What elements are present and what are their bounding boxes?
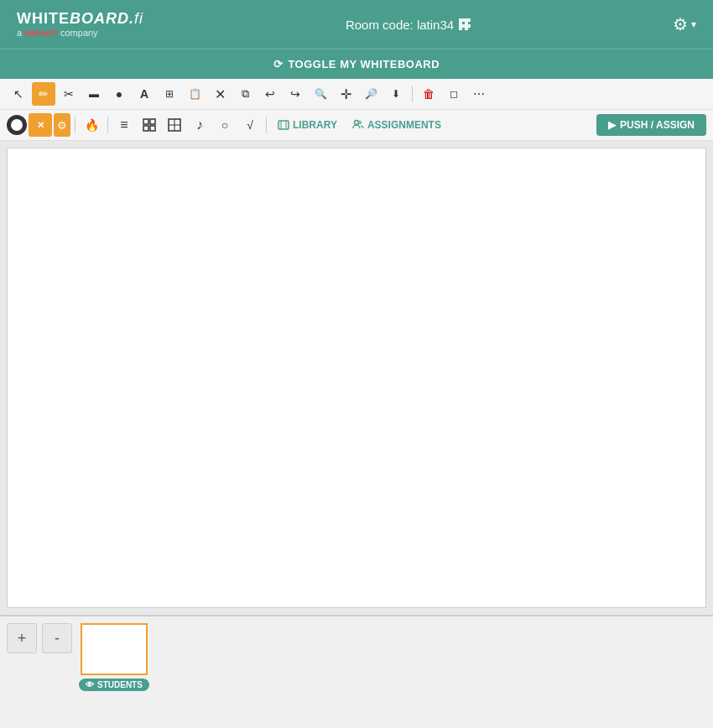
library-btn[interactable]: LIBRARY <box>271 116 344 134</box>
toggle-label: TOGGLE MY WHITEBOARD <box>288 58 440 70</box>
sqrt-btn[interactable]: √ <box>238 113 262 137</box>
header: WHITEBOARD.fi a kahoot! company Room cod… <box>0 0 713 49</box>
settings-button[interactable]: ⚙ ▾ <box>673 14 696 34</box>
move-tool[interactable]: ✛ <box>334 82 357 106</box>
download-tool[interactable]: ⬇ <box>384 82 408 106</box>
circle2-btn[interactable]: ○ <box>213 113 237 137</box>
library-icon <box>278 119 289 131</box>
toggle-bar-inner: ⟳ TOGGLE MY WHITEBOARD <box>273 58 440 70</box>
toolbar-sep <box>412 86 413 102</box>
redo-tool[interactable]: ↪ <box>284 82 307 106</box>
copy-tool[interactable]: ⧉ <box>233 82 257 106</box>
orange-settings-box[interactable]: ⚙ <box>54 113 70 137</box>
assignments-label: ASSIGNMENTS <box>367 119 441 131</box>
page-controls: + - <box>7 623 72 653</box>
svg-rect-2 <box>143 126 148 131</box>
svg-rect-0 <box>143 119 148 124</box>
grid-btn[interactable] <box>138 113 161 137</box>
svg-rect-3 <box>150 126 155 131</box>
x-orange-btn[interactable]: ✕ <box>29 113 52 137</box>
grid2-btn[interactable] <box>163 113 186 137</box>
color-black-btn[interactable] <box>7 115 27 135</box>
assignments-btn[interactable]: ASSIGNMENTS <box>346 116 448 134</box>
rect-tool[interactable]: ▬ <box>82 82 106 106</box>
delete-tool[interactable]: 🗑 <box>417 82 440 106</box>
undo-tool[interactable]: ↩ <box>258 82 282 106</box>
settings-in-orange: ⚙ <box>57 119 67 132</box>
whiteboard[interactable] <box>7 148 706 608</box>
music-btn[interactable]: ♪ <box>188 113 211 137</box>
more-tool[interactable]: ⋯ <box>467 82 491 106</box>
push-icon: ▶ <box>608 119 616 131</box>
students-label: STUDENTS <box>97 680 143 689</box>
settings-icon[interactable]: ⚙ <box>673 14 688 34</box>
page-thumbnail-area: 👁 STUDENTS <box>79 623 149 691</box>
svg-rect-7 <box>278 121 289 129</box>
zoom-search-tool[interactable]: 🔍 <box>309 82 332 106</box>
push-assign-button[interactable]: ▶ PUSH / ASSIGN <box>596 114 706 136</box>
assignments-icon <box>352 119 364 131</box>
pointer-tool[interactable]: ↖ <box>7 82 30 106</box>
students-eye-icon: 👁 <box>86 680 94 689</box>
canvas-area[interactable] <box>0 141 713 615</box>
row2-sep3 <box>266 117 267 133</box>
scissors-tool[interactable]: ✂ <box>57 82 81 106</box>
doc-tool[interactable]: 📋 <box>183 82 206 106</box>
push-assign-label: PUSH / ASSIGN <box>620 119 695 131</box>
svg-rect-1 <box>150 119 155 124</box>
bottom-panel: + - 👁 STUDENTS <box>0 615 713 705</box>
library-label: LIBRARY <box>293 119 337 131</box>
chevron-down-icon: ▾ <box>691 18 696 30</box>
room-code-text: Room code: latin34 <box>346 18 454 32</box>
page-thumbnail[interactable] <box>81 623 148 675</box>
zoom-fit-tool[interactable]: 🔎 <box>359 82 383 106</box>
remove-page-button[interactable]: - <box>42 623 72 653</box>
add-page-button[interactable]: + <box>7 623 37 653</box>
cross-tool[interactable]: ✕ <box>208 82 232 106</box>
svg-point-11 <box>358 122 361 124</box>
grid2-icon <box>168 118 181 132</box>
toggle-icon: ⟳ <box>273 58 284 70</box>
grid-icon <box>459 18 471 30</box>
row2-sep2 <box>107 117 108 133</box>
room-code: Room code: latin34 <box>346 18 471 32</box>
toolbar-area: ↖ ✏ ✂ ▬ ● A ⊞ 📋 ✕ ⧉ ↩ ↪ 🔍 ✛ 🔎 ⬇ 🗑 ◻ ⋯ ✕ … <box>0 79 713 141</box>
fire-btn[interactable]: 🔥 <box>80 113 103 137</box>
logo-sub: a kahoot! company <box>17 28 143 39</box>
toolbar-row2: ✕ ⚙ 🔥 ≡ ♪ ○ √ <box>0 110 713 140</box>
pencil-tool[interactable]: ✏ <box>32 82 55 106</box>
students-badge[interactable]: 👁 STUDENTS <box>79 679 149 691</box>
toolbar-row1: ↖ ✏ ✂ ▬ ● A ⊞ 📋 ✕ ⧉ ↩ ↪ 🔍 ✛ 🔎 ⬇ 🗑 ◻ ⋯ <box>0 79 713 110</box>
toggle-whiteboard-bar[interactable]: ⟳ TOGGLE MY WHITEBOARD <box>0 49 713 79</box>
row2-sep1 <box>75 117 75 133</box>
grid-icon <box>143 118 156 132</box>
text-tool[interactable]: A <box>133 82 156 106</box>
kahoot-logo: kahoot! <box>24 28 58 38</box>
image-tool[interactable]: ⊞ <box>158 82 181 106</box>
circle-tool[interactable]: ● <box>107 82 131 106</box>
logo-area: WHITEBOARD.fi a kahoot! company <box>17 10 143 39</box>
lines-btn[interactable]: ≡ <box>112 113 136 137</box>
logo-title: WHITEBOARD.fi <box>17 10 143 29</box>
clear-tool[interactable]: ◻ <box>442 82 466 106</box>
svg-point-10 <box>354 121 358 125</box>
